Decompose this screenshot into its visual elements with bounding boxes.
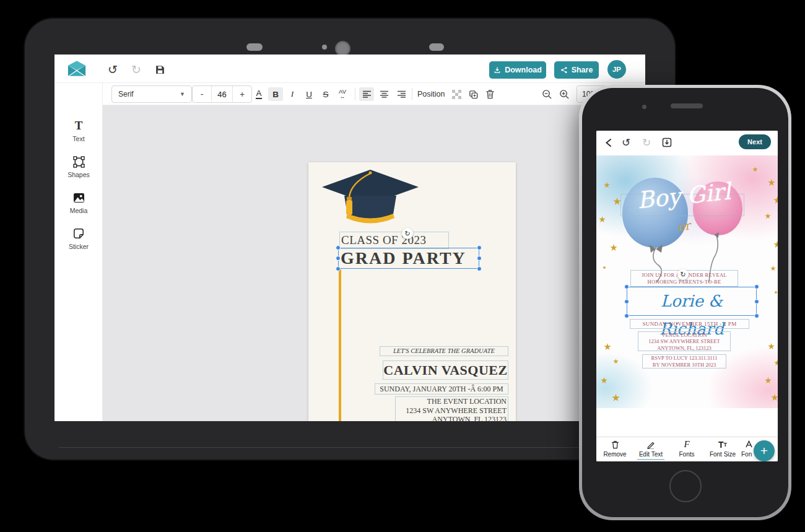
boy-script-text: Boy: [636, 183, 682, 214]
names-textbox-selected[interactable]: Lorie & Richard: [627, 287, 757, 316]
align-left-button[interactable]: [359, 87, 374, 101]
share-label: Share: [572, 66, 593, 74]
phone-date-textbox[interactable]: SUNDAY, NOVEMBER 15TH - 2 PM: [630, 319, 749, 329]
font-family-select[interactable]: Serif ▼: [111, 85, 192, 103]
phone-rsvp-textbox[interactable]: RSVP TO LUCY 123.311.3111 BY NOVEMBER 10…: [642, 354, 726, 368]
download-icon: [494, 66, 501, 74]
user-avatar[interactable]: JP: [607, 60, 626, 79]
media-tool-icon: [54, 191, 103, 204]
format-toolbar: Serif ▼ - 46 + A B I U S AV ↔: [103, 83, 645, 105]
tassel-ribbon[interactable]: [339, 269, 341, 421]
toolbar-label: Edit Text: [633, 451, 668, 458]
sidebar-item-text[interactable]: T Text: [54, 119, 103, 142]
undo-icon[interactable]: ↺: [105, 62, 120, 77]
or-script-text: or: [676, 218, 691, 233]
class-of-textbox[interactable]: CLASS OF 2023: [339, 232, 449, 249]
location-textbox[interactable]: THE EVENT LOCATION 1234 SW ANYWHERE STRE…: [395, 396, 508, 421]
zoom-out-icon[interactable]: [540, 88, 554, 100]
design-canvas[interactable]: CLASS OF 2023 ↻ GRAD PARTY LET'S CELEBRA…: [103, 105, 645, 421]
font-size-icon-small: T: [724, 442, 728, 448]
font-color-button[interactable]: A: [251, 87, 266, 101]
phone-home-button[interactable]: [669, 470, 702, 502]
font-size-increase-button[interactable]: +: [233, 86, 251, 102]
phone-speaker: [671, 103, 703, 108]
font-size-decrease-button[interactable]: -: [193, 86, 211, 102]
name-textbox[interactable]: CALVIN VASQUEZ: [383, 360, 508, 380]
font-size-value[interactable]: 46: [211, 86, 233, 102]
redo-icon[interactable]: ↻: [640, 136, 653, 149]
tablet-speaker-right: [429, 43, 444, 51]
align-right-button[interactable]: [394, 87, 409, 101]
bold-button[interactable]: B: [268, 87, 283, 101]
app-logo-icon[interactable]: [67, 60, 87, 79]
underline-button[interactable]: U: [302, 87, 316, 101]
venue-textbox[interactable]: VENUE LOCATION 1234 SW ANYWHERE STREET A…: [638, 331, 731, 351]
sidebar-item-sticker[interactable]: Sticker: [54, 227, 103, 250]
italic-button[interactable]: I: [285, 87, 300, 101]
share-button[interactable]: Share: [554, 61, 599, 79]
position-button[interactable]: Position: [417, 90, 445, 98]
edit-text-button[interactable]: Edit Text: [633, 439, 668, 458]
download-button[interactable]: Download: [489, 61, 546, 79]
sidebar-item-label: Text: [54, 135, 103, 142]
phone-device: ↺ ↻ Next: [579, 85, 791, 520]
app-topbar: ↺ ↻ Download: [54, 55, 645, 83]
selection-handle[interactable]: [754, 284, 759, 289]
phone-bottom-toolbar: Remove Edit Text F Fonts TT Font: [596, 437, 778, 461]
redo-icon[interactable]: ↻: [129, 62, 144, 77]
date-textbox[interactable]: SUNDAY, JANUARY 20TH -Â 6:00 PM: [375, 383, 508, 395]
fonts-button[interactable]: F Fonts: [669, 439, 704, 458]
venue-line: ANYTOWN, FL, 123123: [638, 345, 730, 351]
add-element-button[interactable]: +: [754, 440, 775, 461]
sidebar-item-label: Shapes: [54, 171, 103, 178]
selection-handle[interactable]: [477, 256, 482, 261]
selection-handle[interactable]: [624, 299, 629, 304]
text-tool-icon: T: [54, 119, 103, 133]
venue-line: 1234 SW ANYWHERE STREET: [638, 338, 730, 344]
phone-app-screen: ↺ ↻ Next: [596, 131, 778, 461]
sidebar-item-media[interactable]: Media: [54, 191, 103, 214]
strikethrough-button[interactable]: S: [318, 87, 333, 101]
tablet-screen-edge: [59, 447, 582, 448]
selection-handle[interactable]: [336, 256, 341, 261]
font-size-button[interactable]: TT Font Size: [705, 439, 740, 458]
duplicate-icon[interactable]: [466, 88, 480, 100]
rotate-handle-icon[interactable]: ↻: [677, 269, 689, 280]
selection-handle[interactable]: [624, 313, 629, 318]
zoom-in-icon[interactable]: [557, 88, 571, 100]
celebrate-textbox[interactable]: LET'S CELEBRATE THE GRADUATE: [380, 346, 508, 356]
selection-handle[interactable]: [477, 245, 482, 250]
selection-handle[interactable]: [477, 266, 482, 271]
location-line: THE EVENT LOCATION: [396, 397, 507, 406]
location-line: ANYTOWN, FL 123123: [396, 415, 507, 421]
toolbar-label: Font Size: [705, 451, 740, 458]
selection-handle[interactable]: [624, 284, 629, 289]
save-icon[interactable]: [152, 62, 167, 77]
save-download-icon[interactable]: [660, 136, 674, 149]
rotate-handle-icon[interactable]: ↻: [402, 228, 413, 239]
grad-party-text: GRAD PARTY: [341, 248, 466, 268]
selection-handle[interactable]: [754, 313, 759, 318]
sidebar-item-label: Media: [54, 207, 103, 214]
transparency-icon[interactable]: [450, 88, 463, 100]
back-icon[interactable]: [601, 136, 615, 149]
download-label: Download: [505, 66, 542, 74]
tablet-sensor-dot: [322, 45, 327, 50]
sticker-tool-icon: [54, 227, 103, 240]
selection-handle[interactable]: [336, 266, 341, 271]
selection-handle[interactable]: [754, 299, 759, 304]
letter-spacing-arrow-icon: ↔: [340, 94, 346, 100]
remove-button[interactable]: Remove: [598, 439, 632, 458]
invitation-card[interactable]: CLASS OF 2023 ↻ GRAD PARTY LET'S CELEBRA…: [308, 162, 516, 421]
undo-icon[interactable]: ↺: [619, 136, 633, 149]
align-center-button[interactable]: [376, 87, 391, 101]
venue-line: VENUE LOCATION: [638, 332, 730, 338]
sidebar-item-shapes[interactable]: Shapes: [54, 155, 103, 178]
sidebar-item-label: Sticker: [54, 243, 103, 250]
next-button[interactable]: Next: [739, 134, 771, 149]
trash-icon[interactable]: [483, 88, 497, 100]
letter-spacing-button[interactable]: AV ↔: [335, 87, 350, 101]
grad-party-textbox-selected[interactable]: GRAD PARTY: [338, 248, 479, 269]
gender-reveal-invitation[interactable]: Boy Girl or JOIN US FOR A GENDER REVEAL …: [596, 155, 778, 408]
selection-handle[interactable]: [336, 245, 341, 250]
